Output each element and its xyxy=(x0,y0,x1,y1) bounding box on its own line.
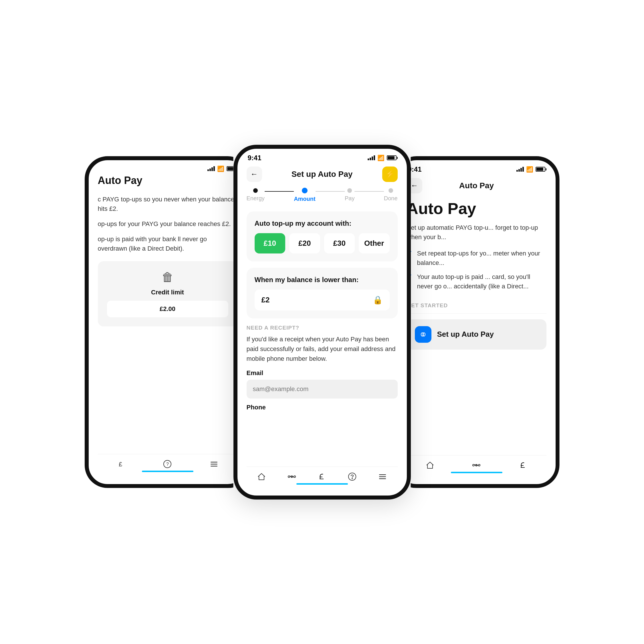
nav-pound[interactable] xyxy=(518,461,528,470)
receipt-section: NEED A RECEIPT? If you'd like a receipt … xyxy=(247,325,398,414)
step-label-done: Done xyxy=(384,195,398,202)
amount-20-button[interactable]: £20 xyxy=(289,233,320,253)
page-title: Auto Pay xyxy=(98,175,237,187)
bolt-icon: ⚡ xyxy=(385,170,395,179)
svg-rect-5 xyxy=(211,466,217,467)
svg-rect-11 xyxy=(379,474,386,475)
bolt-button[interactable]: ⚡ xyxy=(382,167,398,182)
nav-pound[interactable] xyxy=(317,472,326,481)
amount-10-button[interactable]: £10 xyxy=(255,233,286,253)
balance-row: £2 🔒 xyxy=(255,290,390,310)
step-label-energy: Energy xyxy=(247,195,265,202)
step-dot-done xyxy=(389,188,393,193)
amount-30-button[interactable]: £30 xyxy=(324,233,355,253)
right-phone: 9:41 📶 ← Auto Pay xyxy=(394,156,560,488)
nav-help[interactable] xyxy=(348,472,357,481)
bottom-nav: £ ? xyxy=(98,454,237,472)
svg-point-10 xyxy=(352,478,352,479)
battery-icon xyxy=(536,167,545,172)
amount-buttons: £10 £20 £30 Other xyxy=(255,233,390,253)
step-energy: Energy xyxy=(247,188,265,202)
bottom-nav xyxy=(247,467,398,485)
stepper: Energy Amount Pay Done xyxy=(247,188,398,202)
nav-home[interactable] xyxy=(425,461,435,470)
svg-rect-13 xyxy=(379,478,386,479)
check-item-1: ✓ Set repeat top-ups for yo... meter whe… xyxy=(407,249,546,267)
step-dot-energy xyxy=(253,188,258,193)
step-label-amount: Amount xyxy=(294,196,316,202)
amount-title: Auto top-up my account with: xyxy=(255,219,390,227)
step-amount: Amount xyxy=(294,188,316,202)
checklist: ✓ Set repeat top-ups for yo... meter whe… xyxy=(407,249,546,296)
amount-other-button[interactable]: Other xyxy=(359,233,390,253)
step-pay: Pay xyxy=(345,188,354,202)
step-line-3 xyxy=(354,191,384,192)
divider xyxy=(407,313,546,314)
step-dot-pay xyxy=(347,188,352,193)
check-text-1: Set repeat top-ups for yo... meter when … xyxy=(417,249,546,267)
balance-card: When my balance is lower than: £2 🔒 xyxy=(247,268,398,318)
nav-header: ← Auto Pay xyxy=(407,176,546,199)
nav-title: Auto Pay xyxy=(459,181,494,190)
bottom-nav xyxy=(407,455,546,473)
nav-graph[interactable] xyxy=(472,461,481,470)
svg-point-8 xyxy=(294,476,296,477)
delete-card: 🗑 Credit limit £2.00 xyxy=(98,261,237,326)
center-phone: 9:41 📶 ← Set up Auto Pay xyxy=(233,145,411,500)
receipt-text: If you'd like a receipt when your Auto P… xyxy=(247,334,398,364)
lock-icon: 🔒 xyxy=(373,295,383,305)
balance-title: When my balance is lower than: xyxy=(255,276,390,284)
get-started-label: GET STARTED xyxy=(407,302,546,309)
receipt-header: NEED A RECEIPT? xyxy=(247,325,398,331)
credit-amount: £2.00 xyxy=(107,301,228,317)
svg-rect-3 xyxy=(211,462,217,463)
svg-point-16 xyxy=(478,464,480,466)
amount-card: Auto top-up my account with: £10 £20 £30… xyxy=(247,211,398,261)
desc2: op-ups for your PAYG your balance reache… xyxy=(98,219,237,229)
nav-pound[interactable]: £ xyxy=(116,459,126,469)
wifi-icon: 📶 xyxy=(526,166,533,173)
email-input[interactable] xyxy=(247,380,398,399)
signal-icon xyxy=(368,155,375,160)
signal-icon xyxy=(516,167,524,172)
nav-help[interactable]: ? xyxy=(163,459,172,469)
nav-title: Set up Auto Pay xyxy=(292,170,353,179)
step-line-2 xyxy=(316,191,345,192)
setup-autopay-button[interactable]: Set up Auto Pay xyxy=(407,319,546,350)
check-text-2: Your auto top-up is paid ... card, so yo… xyxy=(417,272,546,291)
svg-point-6 xyxy=(288,476,290,477)
check-item-2: ✓ Your auto top-up is paid ... card, so … xyxy=(407,272,546,291)
nav-menu[interactable] xyxy=(209,459,219,469)
credit-limit-label: Credit limit xyxy=(151,289,184,296)
desc1: c PAYG top-ups so you never when your ba… xyxy=(98,195,237,213)
auto-pay-heading: Auto Pay xyxy=(407,199,546,218)
svg-text:?: ? xyxy=(166,462,169,467)
setup-btn-label: Set up Auto Pay xyxy=(437,330,494,339)
signal-icon xyxy=(207,166,215,171)
svg-point-9 xyxy=(348,473,356,480)
infinity-icon xyxy=(415,326,431,343)
email-label: Email xyxy=(247,369,398,377)
trash-icon: 🗑 xyxy=(162,270,174,284)
nav-graph[interactable] xyxy=(287,472,296,481)
nav-header: ← Set up Auto Pay ⚡ xyxy=(247,164,398,188)
phone-label: Phone xyxy=(247,404,398,411)
back-arrow-icon: ← xyxy=(251,170,258,179)
step-dot-amount xyxy=(302,188,308,193)
left-phone: 📶 Auto Pay c PAYG top-ups so you never w… xyxy=(85,156,251,488)
back-arrow-icon: ← xyxy=(411,181,418,190)
step-label-pay: Pay xyxy=(345,195,354,202)
nav-home[interactable] xyxy=(257,472,266,481)
wifi-icon: 📶 xyxy=(377,154,385,161)
desc3: op-up is paid with your bank ll never go… xyxy=(98,234,237,253)
svg-rect-12 xyxy=(379,476,386,477)
back-button[interactable]: ← xyxy=(247,167,262,182)
battery-icon xyxy=(387,155,397,160)
wifi-icon: 📶 xyxy=(217,165,224,172)
svg-text:£: £ xyxy=(119,461,122,468)
auto-pay-desc: Set up automatic PAYG top-u... forget to… xyxy=(407,223,546,242)
svg-point-14 xyxy=(473,464,474,466)
balance-value: £2 xyxy=(261,296,270,304)
step-done: Done xyxy=(384,188,398,202)
nav-menu[interactable] xyxy=(378,472,387,481)
